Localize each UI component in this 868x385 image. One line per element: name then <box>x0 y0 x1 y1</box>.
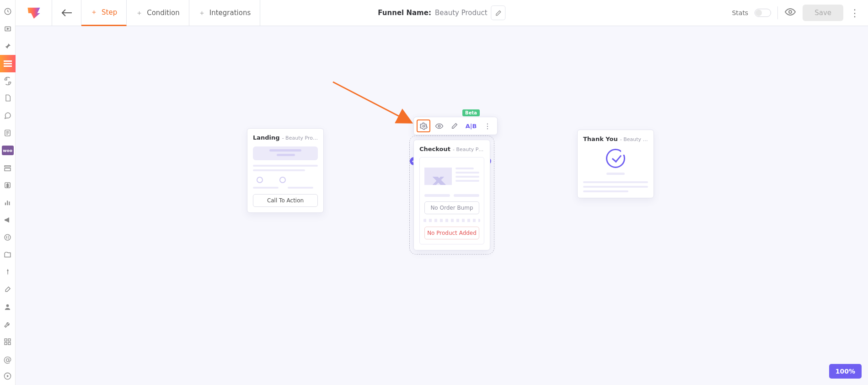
ab-label: A|B <box>466 123 477 130</box>
node-subtitle: - Beauty Produc... <box>282 135 318 141</box>
tab-label: Condition <box>147 9 180 17</box>
more-menu[interactable]: ⋮ <box>850 7 860 19</box>
sidebar-item-brush[interactable] <box>0 281 16 298</box>
sidebar-item-mentions[interactable]: @ <box>0 350 16 368</box>
svg-point-14 <box>6 304 9 307</box>
sidebar-item-woo[interactable]: woo <box>2 146 14 155</box>
tab-condition[interactable]: ＋ Condition <box>127 0 189 26</box>
zoom-indicator[interactable]: 100% <box>829 364 862 379</box>
svg-point-21 <box>423 125 424 127</box>
node-settings-button[interactable] <box>417 119 430 132</box>
svg-point-20 <box>789 11 792 13</box>
back-button[interactable] <box>52 0 81 26</box>
sidebar-item-analytics[interactable] <box>0 194 16 211</box>
node-abtest-button[interactable]: Beta A|B <box>463 119 479 132</box>
app-logo[interactable] <box>16 0 52 26</box>
funnel-canvas[interactable]: ← → Beta A|B ⋮ Landing - Beauty Produc..… <box>16 26 868 385</box>
node-toolbar: Beta A|B ⋮ <box>413 117 498 135</box>
orderbump-label: No Order Bump <box>424 201 479 214</box>
funnel-title: Funnel Name: Beauty Product <box>378 5 505 20</box>
sidebar-item-payments[interactable]: $ <box>0 177 16 194</box>
node-subtitle: - Beauty Produc... <box>620 136 648 142</box>
sidebar-item-tools[interactable] <box>0 315 16 333</box>
node-edit-button[interactable] <box>448 119 461 132</box>
svg-rect-11 <box>7 201 8 206</box>
sidebar-item-automations[interactable] <box>0 72 16 90</box>
preview-button[interactable] <box>784 7 796 19</box>
tab-label: Integrations <box>209 9 251 17</box>
svg-rect-17 <box>5 342 7 345</box>
sidebar-item-chat[interactable] <box>0 107 16 124</box>
svg-rect-18 <box>8 342 11 345</box>
plus-icon: ＋ <box>91 8 97 16</box>
svg-rect-4 <box>4 65 12 67</box>
node-more-button[interactable]: ⋮ <box>481 119 494 132</box>
sidebar-item-funnels[interactable] <box>0 55 16 72</box>
sidebar-item-pages[interactable] <box>0 90 16 107</box>
tab-label: Step <box>102 8 117 16</box>
beta-badge: Beta <box>462 109 480 116</box>
node-checkout[interactable]: Checkout - Beauty Produc... No Order Bum… <box>413 140 490 250</box>
app-sidebar: woo $ @ <box>0 0 16 385</box>
plus-icon: ＋ <box>198 9 205 17</box>
cta-label: Call To Action <box>253 194 318 207</box>
stats-toggle[interactable] <box>755 9 771 17</box>
svg-rect-2 <box>4 60 12 62</box>
topbar: ＋ Step ＋ Condition ＋ Integrations Funnel… <box>16 0 868 26</box>
svg-text:$: $ <box>6 183 9 188</box>
check-icon <box>606 149 625 168</box>
funnel-name-label: Funnel Name: <box>378 9 431 17</box>
connectors <box>16 26 153 95</box>
sidebar-item-pin2[interactable] <box>0 264 16 281</box>
svg-rect-10 <box>5 203 6 206</box>
sidebar-item-forms[interactable] <box>0 124 16 141</box>
sidebar-item-media[interactable] <box>0 20 16 38</box>
svg-rect-7 <box>5 168 11 171</box>
node-title: Landing <box>253 134 280 141</box>
node-preview-button[interactable] <box>432 119 446 132</box>
svg-point-22 <box>438 125 440 127</box>
svg-rect-16 <box>8 339 11 341</box>
sidebar-item-play[interactable] <box>0 368 16 385</box>
save-button[interactable]: Save <box>803 5 843 21</box>
sidebar-item-pins[interactable] <box>0 38 16 55</box>
node-title: Thank You <box>583 136 618 142</box>
sidebar-item-users[interactable] <box>0 298 16 315</box>
tab-step[interactable]: ＋ Step <box>81 0 127 26</box>
stats-label: Stats <box>732 9 748 16</box>
divider <box>777 6 778 19</box>
svg-rect-12 <box>9 202 10 206</box>
edit-name-button[interactable] <box>491 5 506 20</box>
topbar-right: Stats Save ⋮ <box>732 5 868 21</box>
node-thankyou[interactable]: Thank You - Beauty Produc... <box>577 130 654 198</box>
sidebar-item-dashboard[interactable] <box>0 3 16 20</box>
svg-rect-3 <box>4 63 12 64</box>
svg-rect-6 <box>5 165 11 167</box>
sidebar-item-files[interactable] <box>0 246 16 264</box>
svg-point-13 <box>5 234 11 240</box>
funnel-name-value: Beauty Product <box>435 9 488 17</box>
sidebar-item-blocks[interactable] <box>0 333 16 350</box>
annotation-arrow <box>331 80 423 130</box>
sidebar-item-marketing[interactable] <box>0 211 16 229</box>
tab-integrations[interactable]: ＋ Integrations <box>189 0 260 26</box>
sidebar-item-templates[interactable] <box>0 159 16 177</box>
svg-rect-15 <box>5 339 7 341</box>
node-subtitle: - Beauty Produc... <box>453 146 484 152</box>
no-product-label: No Product Added <box>424 227 479 239</box>
sidebar-item-elementor[interactable] <box>0 229 16 246</box>
node-landing[interactable]: Landing - Beauty Produc... Call To Actio… <box>247 128 324 213</box>
plus-icon: ＋ <box>136 9 143 17</box>
node-title: Checkout <box>419 146 450 152</box>
